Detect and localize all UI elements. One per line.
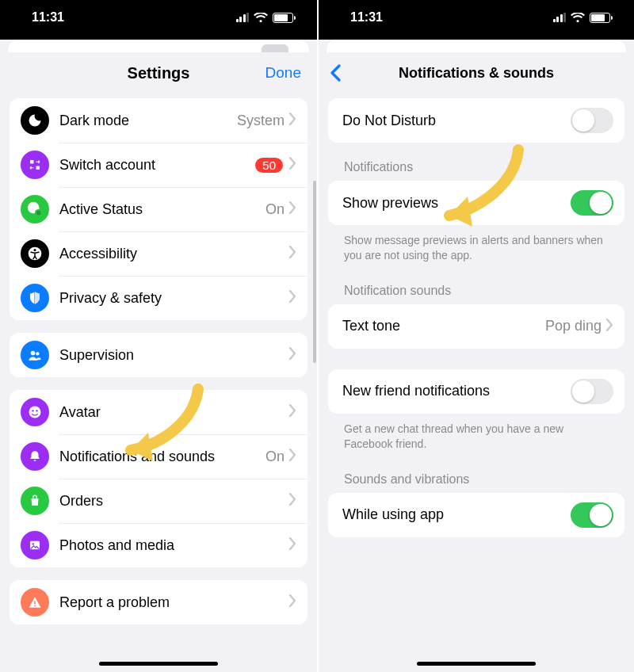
status-time: 11:31 [32,10,64,25]
row-label: New friend notifications [342,383,571,399]
page-title: Notifications & sounds [399,65,554,82]
row-photos-media[interactable]: Photos and media [10,523,307,567]
row-label: Orders [59,493,289,510]
row-dark-mode[interactable]: Dark mode System [10,98,307,143]
bag-icon [21,487,49,515]
footer-show-previews: Show message previews in alerts and bann… [328,225,624,266]
chevron-right-icon [289,201,296,217]
chevron-right-icon [606,319,613,334]
row-orders[interactable]: Orders [10,479,307,523]
row-label: Avatar [59,404,289,421]
status-time: 11:31 [350,10,383,25]
group-dnd: Do Not Disturb [328,98,624,143]
home-indicator[interactable] [99,662,218,666]
chevron-right-icon [289,290,296,306]
toggle-new-friend[interactable] [571,379,613,404]
row-value: On [265,201,285,218]
status-bar: 11:31 [319,0,634,40]
row-label: Photos and media [59,537,289,554]
row-report-problem[interactable]: Report a problem [10,580,307,624]
settings-group-2: Supervision [10,333,307,377]
row-privacy-safety[interactable]: Privacy & safety [10,276,307,320]
back-button[interactable] [330,52,342,94]
row-supervision[interactable]: Supervision [10,333,307,377]
group-while-using: While using app [328,493,624,537]
navbar: Settings Done [0,52,317,94]
svg-point-10 [32,410,33,411]
row-label: While using app [342,506,571,523]
settings-group-4: Report a problem [10,580,307,624]
chevron-right-icon [289,594,296,610]
badge-count: 50 [255,158,283,173]
chevron-right-icon [289,347,296,363]
row-switch-account[interactable]: Switch account 50 [10,143,307,187]
row-value: System [237,113,285,129]
group-new-friend: New friend notifications [328,369,624,414]
photo-icon [21,531,49,559]
row-text-tone[interactable]: Text tone Pop ding [328,304,624,349]
row-label: Report a problem [59,594,289,611]
svg-rect-1 [36,166,40,170]
chevron-right-icon [289,449,296,464]
notifications-sheet: Notifications & sounds Do Not Disturb No… [319,52,634,672]
done-button[interactable]: Done [265,52,301,94]
row-new-friend[interactable]: New friend notifications [328,369,624,414]
footer-new-friend: Get a new chat thread when you have a ne… [328,414,624,455]
phone-right-notifications: 11:31 Notifications & sounds Do Not Dist… [317,0,634,672]
svg-point-8 [36,352,39,355]
row-label: Supervision [59,347,289,364]
home-indicator[interactable] [417,662,536,666]
page-title: Settings [128,64,190,82]
row-avatar[interactable]: Avatar [10,390,307,434]
chevron-right-icon [289,404,296,420]
row-dnd[interactable]: Do Not Disturb [328,98,624,143]
scrollbar[interactable] [313,181,316,363]
row-show-previews[interactable]: Show previews [328,181,624,225]
status-bar: 11:31 [0,0,317,40]
row-while-using[interactable]: While using app [328,493,624,537]
row-label: Privacy & safety [59,290,289,307]
settings-content: Dark mode System Switch account 50 [0,94,317,672]
row-label: Accessibility [59,246,289,262]
wifi-icon [571,13,585,23]
row-label: Active Status [59,201,265,218]
chevron-right-icon [289,157,296,173]
row-label: Notifications and sounds [59,449,265,465]
status-icons [236,13,294,23]
row-label: Do Not Disturb [342,113,571,129]
svg-rect-0 [30,160,34,164]
row-accessibility[interactable]: Accessibility [10,231,307,276]
row-notifications-sounds[interactable]: Notifications and sounds On [10,434,307,479]
switch-account-icon [21,151,49,179]
group-text-tone: Text tone Pop ding [328,304,624,349]
row-value: Pop ding [545,318,602,334]
svg-point-4 [36,211,41,216]
row-label: Dark mode [59,113,237,129]
svg-point-9 [29,407,41,418]
row-active-status[interactable]: Active Status On [10,187,307,231]
settings-group-3: Avatar Notifications and sounds On Order… [10,390,307,567]
toggle-dnd[interactable] [571,108,613,133]
toggle-while-using[interactable] [571,502,613,528]
status-icons [553,13,611,23]
people-icon [21,341,49,369]
svg-point-6 [34,249,36,251]
avatar-icon [21,398,49,426]
wifi-icon [254,13,268,23]
chevron-right-icon [289,246,296,262]
svg-point-7 [31,351,36,356]
cellular-icon [236,13,250,22]
navbar: Notifications & sounds [319,52,634,94]
bell-icon [21,442,49,471]
toggle-show-previews[interactable] [571,190,613,216]
row-value: On [265,449,285,465]
row-label: Show previews [342,195,571,212]
chevron-right-icon [289,493,296,509]
active-status-icon [21,195,49,223]
cellular-icon [553,13,567,22]
svg-point-13 [32,543,34,544]
section-header-vibrations: Sounds and vibrations [328,455,624,493]
svg-rect-15 [34,605,36,607]
phone-left-settings: 11:31 Settings Done Dark mode S [0,0,317,672]
warning-icon [21,588,49,617]
